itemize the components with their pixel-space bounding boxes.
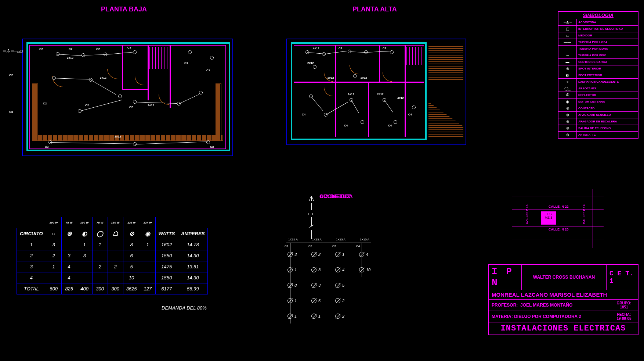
legend-symbol: ⎓⩚⎓ [558,19,577,25]
legend-label: CONTACTO [577,107,638,110]
tb-drawing-title: INSTALACIONES ELECTRICAS [489,322,638,335]
table-cell: 6 [123,250,140,261]
table-row: TOTAL6008254003003003625127617756.99 [17,283,208,294]
legend-label: CENTRO DE CARGA [577,60,638,64]
table-cell: 3 [17,261,46,272]
watt-header: 150 W [108,217,123,228]
load-count: 3 [318,268,321,272]
legend-symbol: ⊘ [558,105,577,111]
legend-row-10: ◯⎯ARBOTANTE [558,85,638,92]
breaker-label: 1X15 A [312,238,322,241]
legend-row-5: ···TUBERIA POR PISO [558,52,638,58]
location-map: LT.17MZ.3 CALLE: N 22 CALLE: N 20 CALLE:… [493,189,622,248]
legend-symbol: ⊕ [558,118,577,125]
col-header-5: ☖ [108,228,123,239]
table-cell: 3 [46,239,61,250]
legend-label: APAGADOR SENCILLO [577,113,638,117]
load-count: 2 [318,252,321,257]
table-cell: 5 [123,261,140,272]
table-cell: 2 [46,250,61,261]
table-cell [108,239,123,250]
load-symbol [335,298,340,303]
watt-header: 75 W [92,217,108,228]
table-cell [77,272,92,283]
legend-row-8: ◐SPOT EXTERIOR [558,72,638,78]
table-row: 314225147513.61 [17,261,208,272]
table-cell: 4 [61,272,77,283]
legend-symbol: ⊗ [558,65,577,72]
lot-marker: LT.17MZ.3 [541,211,556,225]
table-cell [77,261,92,272]
load-symbol [335,283,340,288]
legend-label: ARBOTANTE [577,87,638,90]
table-cell: 14.30 [178,250,208,261]
table-cell: 1 [140,239,155,250]
legend-symbol: ▢ [558,26,577,32]
legend-label: SPOT INTERIOR [577,67,638,70]
col-header-9: AMPERES [178,228,208,239]
legend-label: ACOMETIDA [577,21,638,24]
legend-label: ANTENA T.V. [577,133,638,136]
col-header-2: ⊗ [61,228,77,239]
plan-baja: C2 C2 C2 C2 C1 C1 C2 C2 C2 2#12 3#12 2#1… [22,39,233,156]
legend-label: TUBERIA POR PISO [577,54,638,57]
table-cell: 6177 [155,283,178,294]
legend-label: TUBERIA POR LOSA [577,40,638,44]
load-symbol [335,252,340,257]
legend-symbol: ○ [558,79,577,85]
table-cell: 8 [123,239,140,250]
legend-label: MEDIDOR [577,34,638,37]
tb-fecha: 19-09-05 [616,317,631,321]
title-planta-alta: PLANTA ALTA [352,6,397,13]
legend-row-15: ⊕APAGADOR DE ESCALERA [558,118,638,125]
breaker-label: 1X15 A [288,238,298,241]
single-line-diagram: ACOMETIDA CIA DE LUZ ⩚ ▭ 1X15 AC11X15 AC… [286,193,382,358]
tb-prof-label: PROFESOR: [492,303,518,308]
legend-box: SIMBOLOGIA ⎓⩚⎓ACOMETIDA▢INTERRUPTOR DE S… [558,11,638,139]
table-cell: 1475 [155,261,178,272]
legend-symbol: ◉ [558,99,577,105]
load-count: 4 [366,252,368,257]
legend-label: APAGADOR DE ESCALERA [577,120,638,123]
circuit-name: C1 [285,244,288,248]
legend-row-11: ⦿REFLECTOR [558,92,638,98]
load-symbol [287,314,293,319]
table-cell: 127 [140,283,155,294]
table-cell [140,272,155,283]
col-header-4: ◯ [92,228,108,239]
watt-header: 125 w [123,217,140,228]
watt-header: 100 W [46,217,61,228]
col-header-8: WATTS [155,228,178,239]
table-cell [108,272,123,283]
circuit-table: 100 W75 W100 W75 W150 W125 w127 W CIRCUI… [17,217,208,294]
legend-label: MOTOR CISTERNA [577,100,638,103]
load-symbol [311,298,316,303]
table-cell: 1550 [155,272,178,283]
legend-label: SALIDA DE TELEFONO [577,126,638,130]
breaker-label: 1X15 A [336,238,345,241]
tb-school: WALTER CROSS BUCHANAN [522,265,607,290]
acometida-symbol: ⎓⩚⎓━▭▢ [3,48,23,54]
table-cell [46,272,61,283]
legend-row-4: ---TUBERIA POR MURO [558,45,638,52]
load-count: 8 [294,283,297,287]
table-cell [140,261,155,272]
legend-label: TUBERIA POR MURO [577,47,638,50]
load-symbol [287,298,293,303]
legend-label: LAMPARA INCANDESCENTE [577,80,638,83]
legend-symbol: ⊛ [558,132,577,138]
load-count: 6 [318,299,321,303]
circuit-name: C2 [308,244,312,248]
tb-fecha-label: FECHA: [617,312,631,317]
table-cell: 825 [61,283,77,294]
load-count: 4 [342,268,344,272]
legend-row-12: ◉MOTOR CISTERNA [558,98,638,105]
legend-symbol: ▬ [558,59,577,65]
legend-row-16: ⊕SALIDA DE TELEFONO [558,125,638,131]
legend-symbol: ··· [558,52,577,58]
legend-symbol: ▭ [558,32,577,39]
breaker-label: 1X15 A [360,238,369,241]
load-symbol [287,252,293,257]
legend-symbol: ⊗ [558,112,577,118]
sld-title2: CIA DE LUZ [319,193,350,199]
